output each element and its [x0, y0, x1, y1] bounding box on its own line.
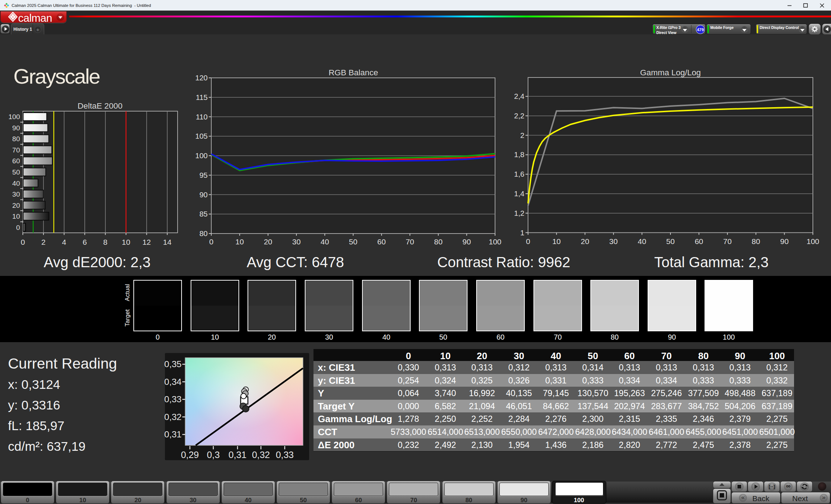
svg-text:0: 0 — [16, 224, 20, 231]
svg-text:110: 110 — [196, 113, 208, 121]
svg-text:40: 40 — [321, 238, 329, 246]
svg-text:50: 50 — [12, 168, 20, 176]
svg-text:0,33: 0,33 — [164, 394, 182, 404]
svg-text:115: 115 — [196, 93, 208, 101]
svg-text:30: 30 — [292, 238, 300, 246]
svg-text:85: 85 — [199, 210, 208, 218]
svg-text:40: 40 — [12, 180, 20, 187]
svg-text:100: 100 — [489, 238, 501, 246]
svg-text:0,3: 0,3 — [207, 450, 220, 460]
svg-text:0: 0 — [209, 238, 213, 246]
svg-text:90: 90 — [462, 238, 471, 246]
svg-text:6: 6 — [83, 238, 87, 246]
svg-text:120: 120 — [195, 74, 208, 82]
svg-text:90: 90 — [199, 190, 208, 199]
svg-text:0,32: 0,32 — [252, 450, 270, 460]
svg-text:60: 60 — [12, 157, 20, 165]
svg-text:90: 90 — [780, 237, 789, 245]
svg-text:30: 30 — [12, 190, 20, 198]
svg-text:12: 12 — [142, 238, 151, 246]
svg-text:14: 14 — [163, 238, 172, 246]
svg-text:DeltaE 2000: DeltaE 2000 — [78, 101, 122, 110]
svg-text:60: 60 — [377, 238, 386, 246]
svg-text:30: 30 — [609, 237, 618, 245]
svg-text:0: 0 — [21, 238, 25, 246]
svg-text:0,35: 0,35 — [164, 359, 182, 369]
svg-text:10: 10 — [236, 238, 244, 246]
svg-text:20: 20 — [581, 237, 589, 245]
svg-text:100: 100 — [806, 237, 819, 245]
svg-text:1: 1 — [520, 228, 524, 237]
svg-text:70: 70 — [12, 146, 20, 154]
svg-text:1,8: 1,8 — [514, 150, 525, 159]
svg-text:0,29: 0,29 — [181, 450, 199, 460]
svg-text:80: 80 — [434, 238, 442, 246]
svg-text:1,4: 1,4 — [514, 189, 525, 198]
svg-text:2,2: 2,2 — [514, 112, 525, 120]
svg-text:Avg dE2000: 2,3: Avg dE2000: 2,3 — [43, 254, 150, 270]
svg-text:0,32: 0,32 — [164, 412, 182, 422]
svg-text:Avg CCT: 6478: Avg CCT: 6478 — [247, 254, 344, 270]
svg-text:100: 100 — [195, 151, 208, 160]
svg-text:0,33: 0,33 — [276, 450, 294, 460]
svg-text:50: 50 — [666, 237, 674, 245]
svg-text:0: 0 — [526, 237, 530, 245]
svg-text:50: 50 — [349, 238, 357, 246]
svg-text:60: 60 — [695, 237, 703, 245]
svg-text:90: 90 — [12, 124, 20, 132]
svg-text:20: 20 — [12, 202, 20, 209]
svg-text:80: 80 — [199, 229, 208, 238]
svg-text:0,31: 0,31 — [164, 429, 182, 439]
svg-text:1,2: 1,2 — [514, 209, 525, 217]
svg-text:Total Gamma: 2,3: Total Gamma: 2,3 — [654, 254, 769, 270]
svg-text:95: 95 — [199, 171, 208, 179]
svg-text:2: 2 — [520, 131, 524, 139]
svg-text:105: 105 — [195, 132, 208, 140]
svg-text:100: 100 — [8, 113, 20, 121]
svg-text:10: 10 — [122, 238, 130, 246]
svg-text:10: 10 — [12, 213, 20, 220]
svg-text:0,34: 0,34 — [164, 377, 182, 387]
svg-text:40: 40 — [638, 237, 646, 245]
svg-text:0,31: 0,31 — [229, 450, 247, 460]
svg-text:80: 80 — [752, 237, 760, 245]
svg-text:8: 8 — [103, 238, 108, 246]
svg-text:4: 4 — [62, 238, 66, 246]
svg-text:20: 20 — [264, 238, 272, 246]
svg-text:70: 70 — [723, 237, 732, 245]
svg-text:1,6: 1,6 — [514, 170, 525, 178]
svg-text:2: 2 — [41, 238, 46, 246]
svg-text:2,4: 2,4 — [514, 92, 525, 100]
svg-text:70: 70 — [406, 238, 414, 246]
svg-text:RGB Balance: RGB Balance — [329, 68, 378, 77]
svg-text:10: 10 — [552, 237, 561, 245]
svg-text:Gamma Log/Log: Gamma Log/Log — [640, 68, 701, 77]
svg-text:Contrast Ratio: 9962: Contrast Ratio: 9962 — [437, 254, 570, 270]
svg-text:80: 80 — [12, 135, 20, 143]
